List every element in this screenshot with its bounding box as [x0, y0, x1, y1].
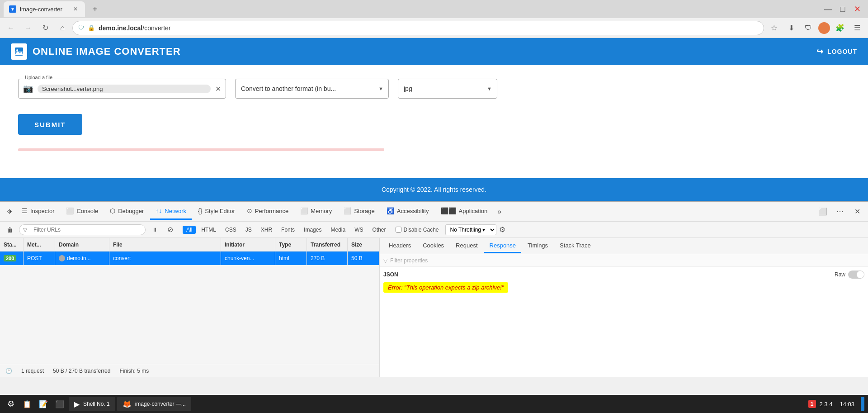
- devtools-tab-storage[interactable]: ⬜ Storage: [338, 204, 380, 220]
- shield-button[interactable]: 🛡: [801, 21, 816, 35]
- tab-title: image-converter: [20, 6, 68, 13]
- close-window-button[interactable]: ✕: [850, 2, 864, 16]
- filter-images-button[interactable]: Images: [300, 226, 325, 234]
- taskbar-firefox-button[interactable]: 🦊 image-converter —...: [117, 397, 191, 411]
- firefox-label: image-converter —...: [135, 401, 186, 407]
- taskbar-settings-button[interactable]: ⚙: [4, 397, 18, 411]
- filter-media-button[interactable]: Media: [327, 226, 349, 234]
- col-header-size: Size: [348, 238, 379, 251]
- memory-icon: ⬜: [300, 207, 308, 214]
- disable-cache-label[interactable]: Disable Cache: [396, 227, 439, 233]
- forward-button[interactable]: →: [21, 21, 35, 35]
- address-bar[interactable]: 🛡 🔒 demo.ine.local/converter: [72, 21, 764, 35]
- show-desktop-button[interactable]: [861, 397, 864, 411]
- format-secondary-wrapper[interactable]: jpg png gif: [398, 79, 497, 99]
- tab-close-button[interactable]: ✕: [71, 5, 80, 13]
- network-settings-button[interactable]: ⚙: [499, 225, 505, 234]
- throttle-wrapper: No Throttling ▾: [445, 224, 496, 235]
- taskbar-files-button[interactable]: 📋: [20, 397, 34, 411]
- minimize-button[interactable]: —: [821, 2, 835, 16]
- taskbar-shell-button[interactable]: ▶ Shell No. 1: [69, 397, 115, 411]
- logout-button[interactable]: ↪ LOGOUT: [816, 47, 857, 57]
- filter-other-button[interactable]: Other: [368, 226, 389, 234]
- browser-tab[interactable]: ▼ image-converter ✕: [4, 1, 85, 17]
- format-select-secondary[interactable]: jpg png gif: [398, 79, 497, 99]
- filter-fonts-button[interactable]: Fonts: [278, 226, 298, 234]
- devtools-tab-inspector[interactable]: ☰ Inspector: [16, 204, 60, 220]
- json-section-header: JSON Raw: [383, 271, 864, 279]
- home-button[interactable]: ⌂: [55, 21, 70, 35]
- format-select-wrapper[interactable]: Convert to another format (in bu...: [235, 79, 389, 99]
- bookmark-button[interactable]: ☆: [767, 21, 781, 35]
- tab-stack-trace[interactable]: Stack Trace: [554, 239, 596, 253]
- devtools-tab-console[interactable]: ⬜ Console: [61, 204, 104, 220]
- filter-properties-bar: ▽ Filter properties: [380, 254, 868, 267]
- footer-copyright: Copyright © 2022. All rights reserved.: [382, 186, 486, 193]
- taskbar-terminal-button[interactable]: ⬛: [52, 397, 67, 411]
- filter-xhr-button[interactable]: XHR: [257, 226, 276, 234]
- devtools-tab-debugger[interactable]: ⬡ Debugger: [104, 204, 149, 220]
- col-header-status: Sta...: [0, 238, 24, 251]
- type-text: html: [279, 255, 289, 261]
- devtools-close-button[interactable]: ✕: [850, 204, 864, 219]
- maximize-button[interactable]: □: [835, 2, 850, 16]
- dns-security-icon: 🔒: [88, 24, 95, 31]
- disable-cache-checkbox[interactable]: [396, 227, 401, 233]
- tab-timings[interactable]: Timings: [522, 239, 553, 253]
- file-clear-button[interactable]: ✕: [215, 85, 221, 93]
- pause-recording-button[interactable]: ⏸: [148, 223, 161, 236]
- back-button[interactable]: ←: [4, 21, 18, 35]
- submit-button[interactable]: SUBMIT: [18, 114, 82, 135]
- devtools-tab-memory[interactable]: ⬜ Memory: [295, 204, 337, 220]
- filter-urls-input[interactable]: [29, 225, 142, 234]
- logo-icon: [11, 43, 27, 60]
- requests-count: 1 request: [21, 368, 44, 374]
- style-editor-label: Style Editor: [205, 208, 235, 214]
- filter-funnel-icon: ▽: [23, 227, 27, 233]
- filter-html-button[interactable]: HTML: [198, 226, 220, 234]
- url-domain: demo.ine.local: [99, 24, 142, 32]
- footer-bar: Copyright © 2022. All rights reserved.: [0, 178, 868, 201]
- filter-ws-button[interactable]: WS: [351, 226, 367, 234]
- response-tabs: Headers Cookies Request Response Timings…: [380, 238, 868, 254]
- filter-js-button[interactable]: JS: [242, 226, 255, 234]
- menu-button[interactable]: ☰: [850, 21, 864, 35]
- more-devtools-tabs-button[interactable]: »: [494, 204, 505, 220]
- accessibility-icon: ♿: [387, 207, 394, 214]
- tab-request[interactable]: Request: [450, 239, 483, 253]
- tab-response[interactable]: Response: [484, 239, 522, 253]
- stop-recording-button[interactable]: ⊘: [164, 223, 176, 236]
- devtools-dock-button[interactable]: ⬜: [816, 204, 830, 219]
- extensions-button[interactable]: 🧩: [833, 21, 847, 35]
- storage-icon: ⬜: [344, 207, 351, 214]
- download-button[interactable]: ⬇: [784, 21, 798, 35]
- clear-network-button[interactable]: 🗑: [4, 223, 16, 236]
- cell-status: 200: [0, 252, 24, 265]
- performance-icon: ⊙: [247, 207, 252, 214]
- devtools-tab-performance[interactable]: ⊙ Performance: [241, 204, 294, 220]
- devtools-pick-button[interactable]: ⬗: [4, 204, 15, 220]
- format-select-primary[interactable]: Convert to another format (in bu...: [235, 79, 389, 99]
- cell-file: convert: [109, 252, 221, 265]
- transferred-amount: 50 B / 270 B transferred: [53, 368, 110, 374]
- devtools-tab-accessibility[interactable]: ♿ Accessibility: [381, 204, 434, 220]
- refresh-button[interactable]: ↻: [38, 21, 52, 35]
- devtools: ⬗ ☰ Inspector ⬜ Console ⬡ Debugger ↑↓ Ne…: [0, 201, 868, 377]
- devtools-tab-application[interactable]: ⬛⬛ Application: [435, 204, 493, 220]
- raw-toggle-switch[interactable]: [848, 271, 864, 279]
- filter-css-button[interactable]: CSS: [222, 226, 240, 234]
- filter-all-button[interactable]: All: [183, 226, 196, 234]
- table-row[interactable]: 200 POST demo.in... convert chunk-ven...…: [0, 252, 379, 265]
- profile-avatar[interactable]: [818, 22, 830, 34]
- raw-toggle[interactable]: Raw: [835, 271, 864, 279]
- camera-icon-button[interactable]: 📷: [23, 84, 33, 94]
- new-tab-button[interactable]: +: [89, 3, 101, 15]
- devtools-overflow-button[interactable]: ⋯: [833, 204, 847, 219]
- devtools-tab-network[interactable]: ↑↓ Network: [150, 204, 192, 220]
- throttle-select[interactable]: No Throttling ▾: [445, 224, 496, 235]
- devtools-tab-style-editor[interactable]: {} Style Editor: [193, 204, 241, 220]
- tab-headers[interactable]: Headers: [383, 239, 416, 253]
- accessibility-label: Accessibility: [397, 208, 429, 214]
- taskbar-editor-button[interactable]: 📝: [36, 397, 51, 411]
- tab-cookies[interactable]: Cookies: [417, 239, 449, 253]
